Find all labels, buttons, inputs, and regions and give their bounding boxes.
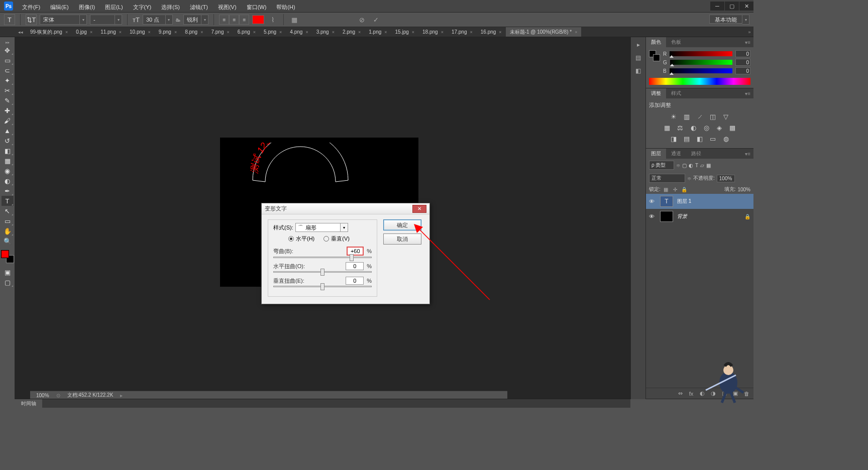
style-select[interactable]: ⌒ 扇形 [295, 223, 341, 232]
tab-scroll-right[interactable]: » [745, 28, 753, 36]
doc-tab[interactable]: 0.jpg× [72, 27, 96, 37]
colorbalance-icon[interactable]: ⚖ [676, 123, 685, 132]
crop-tool[interactable]: ✂ [2, 85, 14, 95]
tab-scroll-left[interactable]: ◂◂ [18, 30, 23, 35]
menu-file[interactable]: 文件(F) [18, 2, 44, 13]
doc-tab[interactable]: 8.png× [181, 27, 207, 37]
colorlookup-icon[interactable]: ▩ [728, 123, 737, 132]
chevron-right-icon[interactable]: ▸ [120, 393, 123, 398]
doc-tab[interactable]: 10.png× [126, 27, 155, 37]
hdistort-slider[interactable] [273, 271, 372, 273]
filter-image-icon[interactable]: ▢ [682, 163, 687, 168]
doc-tab[interactable]: 1.png× [365, 27, 391, 37]
doc-tab[interactable]: 4.png× [286, 27, 312, 37]
panel-menu-icon[interactable]: ▾≡ [742, 40, 753, 45]
layer-name[interactable]: 背景 [677, 213, 687, 220]
close-icon[interactable]: × [412, 30, 414, 35]
font-style-select[interactable]: - [90, 15, 115, 25]
close-icon[interactable]: × [575, 30, 577, 35]
close-button[interactable]: ✕ [739, 2, 753, 11]
path-select-tool[interactable]: ↖ [2, 206, 14, 216]
close-icon[interactable]: × [332, 30, 335, 35]
eraser-tool[interactable]: ◧ [2, 146, 14, 156]
history-panel-icon[interactable]: ▤ [633, 52, 644, 63]
tab-channels[interactable]: 通道 [666, 149, 686, 159]
lock-all-icon[interactable]: 🔒 [681, 186, 688, 193]
doc-tab-active[interactable]: 未标题-1 @ 100%(RGB/8) *× [506, 27, 582, 37]
g-input[interactable] [735, 59, 750, 66]
lock-pixels-icon[interactable]: ▦ [663, 186, 670, 193]
brightness-icon[interactable]: ☀ [669, 112, 678, 121]
brush-tool[interactable]: 🖌 [2, 115, 14, 126]
menu-image[interactable]: 图像(I) [75, 2, 99, 13]
g-slider[interactable] [670, 60, 732, 65]
type-tool[interactable]: T [2, 196, 14, 206]
dropdown-arrow-icon[interactable]: ▾ [341, 223, 348, 232]
close-icon[interactable]: × [65, 30, 68, 35]
layer-row-active[interactable]: 👁 T 图层 1 [646, 194, 753, 209]
bend-slider[interactable] [273, 257, 372, 258]
menu-view[interactable]: 视图(V) [214, 2, 241, 13]
tab-styles[interactable]: 样式 [666, 88, 686, 98]
opacity-input[interactable]: 100% [717, 175, 735, 182]
selectcolor-icon[interactable]: ◍ [721, 134, 730, 143]
close-icon[interactable]: × [119, 30, 122, 35]
commit-edit-icon[interactable]: ✓ [370, 14, 381, 25]
shape-tool[interactable]: ▭ [2, 216, 14, 226]
bw-icon[interactable]: ◐ [689, 123, 698, 132]
close-icon[interactable]: × [90, 30, 92, 35]
layer-kind-filter[interactable]: ρ 类型 [649, 161, 674, 170]
channelmixer-icon[interactable]: ◈ [715, 123, 724, 132]
dodge-tool[interactable]: ◐ [2, 176, 14, 186]
history-brush-tool[interactable]: ↺ [2, 136, 14, 146]
screenmode-tool[interactable]: ▢ [2, 277, 14, 287]
hdistort-input[interactable] [346, 262, 364, 270]
minimize-button[interactable]: ─ [710, 2, 724, 11]
wand-tool[interactable]: ✦ [2, 75, 14, 85]
vibrance-icon[interactable]: ▽ [721, 112, 730, 121]
properties-panel-icon[interactable]: ◧ [633, 65, 644, 76]
doc-tab[interactable]: 18.png× [418, 27, 448, 37]
hue-icon[interactable]: ▦ [663, 123, 672, 132]
close-icon[interactable]: × [358, 30, 361, 35]
close-icon[interactable]: × [499, 30, 501, 35]
blend-mode-select[interactable]: 正常 [649, 174, 685, 183]
menu-window[interactable]: 窗口(W) [243, 2, 271, 13]
move-tool[interactable]: ✥ [2, 45, 14, 55]
menu-type[interactable]: 文字(Y) [129, 2, 156, 13]
tab-color[interactable]: 颜色 [646, 37, 666, 47]
maximize-button[interactable]: ▢ [725, 2, 739, 11]
close-icon[interactable]: × [253, 30, 256, 35]
align-right-button[interactable]: ≡ [239, 15, 249, 25]
fg-bg-swatch[interactable] [649, 50, 660, 61]
vdistort-input[interactable] [346, 277, 364, 285]
cancel-edit-icon[interactable]: ⊘ [356, 14, 367, 25]
doc-tab[interactable]: 5.png× [260, 27, 286, 37]
stamp-tool[interactable]: ▲ [2, 126, 14, 136]
collapse-icon[interactable]: ▸ [633, 39, 644, 50]
doc-tab[interactable]: 99-恢复的.png× [26, 27, 72, 37]
b-slider[interactable] [670, 68, 732, 73]
close-icon[interactable]: × [200, 30, 203, 35]
dropdown-arrow-icon[interactable]: ▾ [115, 15, 122, 25]
doc-tab[interactable]: 16.png× [477, 27, 506, 37]
photofilter-icon[interactable]: ◎ [702, 123, 711, 132]
horizontal-radio[interactable]: 水平(H) [288, 235, 314, 243]
dropdown-arrow-icon[interactable]: ▾ [80, 15, 87, 25]
dropdown-arrow-icon[interactable]: ▾ [166, 15, 173, 25]
cancel-button[interactable]: 取消 [383, 233, 421, 245]
heal-tool[interactable]: ✚ [2, 105, 14, 115]
menu-edit[interactable]: 编辑(E) [46, 2, 73, 13]
vertical-radio[interactable]: 垂直(V) [323, 235, 350, 243]
font-family-select[interactable]: 宋体 [40, 15, 80, 25]
dropdown-arrow-icon[interactable]: ▾ [201, 15, 208, 25]
doc-tab[interactable]: 3.png× [312, 27, 339, 37]
hand-tool[interactable]: ✋ [2, 226, 14, 236]
close-icon[interactable]: × [279, 30, 282, 35]
quickmask-tool[interactable]: ▣ [2, 267, 14, 277]
blur-tool[interactable]: ◉ [2, 166, 14, 176]
tab-layers[interactable]: 图层 [646, 149, 666, 159]
menu-select[interactable]: 选择(S) [157, 2, 184, 13]
pen-tool[interactable]: ✒ [2, 186, 14, 196]
layer-name[interactable]: 图层 1 [677, 198, 691, 205]
